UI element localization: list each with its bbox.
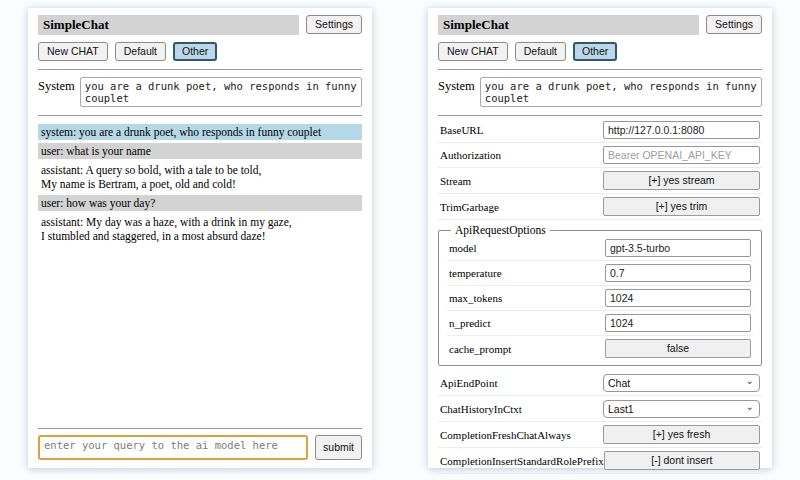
chat-message-list: system: you are a drunk poet, who respon…: [38, 124, 362, 244]
separator: [38, 115, 362, 116]
authorization-input[interactable]: [603, 146, 760, 164]
separator: [38, 428, 362, 429]
separator: [438, 115, 762, 116]
header: SimpleChat Settings: [438, 15, 762, 35]
user-query-input[interactable]: [38, 435, 308, 460]
baseurl-input[interactable]: [603, 121, 760, 139]
setting-label: BaseURL: [440, 124, 483, 136]
spacer: [38, 244, 362, 420]
chat-message-system: system: you are a drunk poet, who respon…: [38, 124, 362, 140]
system-prompt-label: System: [438, 77, 475, 94]
stream-toggle-button[interactable]: [+] yes stream: [603, 171, 760, 190]
max-tokens-input[interactable]: [605, 289, 751, 307]
freshchat-toggle-button[interactable]: [+] yes fresh: [603, 425, 760, 444]
setting-label: Authorization: [440, 149, 501, 161]
apiendpoint-select[interactable]: Chat: [603, 374, 760, 392]
session-tab-default[interactable]: Default: [515, 42, 566, 61]
setting-label: ChatHistoryInCtxt: [440, 403, 522, 415]
chat-message-user: user: what is your name: [38, 143, 362, 159]
session-toolbar: New CHAT Default Other: [438, 42, 762, 61]
setting-label: CompletionInsertStandardRolePrefix: [440, 455, 604, 467]
setting-row-baseurl: BaseURL: [438, 118, 762, 143]
chathistory-select[interactable]: Last1: [603, 400, 760, 418]
settings-button[interactable]: Settings: [706, 15, 762, 34]
setting-row-stream: Stream [+] yes stream: [438, 168, 762, 194]
setting-label: CompletionFreshChatAlways: [440, 429, 571, 441]
chat-message-assistant: assistant: A query so bold, with a tale …: [38, 162, 362, 192]
model-input[interactable]: [605, 239, 751, 257]
session-tab-other[interactable]: Other: [173, 42, 217, 61]
chathistory-select-wrap: Last1 ⌄: [603, 399, 760, 418]
trimgarbage-toggle-button[interactable]: [+] yes trim: [603, 197, 760, 216]
setting-row-n-predict: n_predict: [447, 311, 753, 336]
settings-button[interactable]: Settings: [306, 15, 362, 34]
setting-label: TrimGarbage: [440, 201, 499, 213]
cache-prompt-toggle-button[interactable]: false: [605, 339, 751, 358]
app-title: SimpleChat: [438, 15, 699, 35]
n-predict-input[interactable]: [605, 314, 751, 332]
setting-row-trimgarbage: TrimGarbage [+] yes trim: [438, 194, 762, 220]
setting-label: n_predict: [449, 317, 491, 329]
separator: [38, 69, 362, 70]
setting-row-cache-prompt: cache_prompt false: [447, 336, 753, 361]
session-toolbar: New CHAT Default Other: [38, 42, 362, 61]
session-tab-default[interactable]: Default: [115, 42, 166, 61]
setting-label: ApiEndPoint: [440, 377, 497, 389]
header: SimpleChat Settings: [38, 15, 362, 35]
setting-label: Stream: [440, 175, 471, 187]
setting-row-freshchat: CompletionFreshChatAlways [+] yes fresh: [438, 422, 762, 448]
system-prompt-input[interactable]: you are a drunk poet, who responds in fu…: [480, 77, 762, 107]
separator: [438, 69, 762, 70]
setting-row-chathistory: ChatHistoryInCtxt Last1 ⌄: [438, 396, 762, 422]
setting-label: model: [449, 242, 477, 254]
api-request-options-fieldset: ApiRequestOptions model temperature max_…: [438, 224, 762, 366]
session-tab-other[interactable]: Other: [573, 42, 617, 61]
submit-button[interactable]: submit: [315, 435, 362, 460]
setting-row-apiendpoint: ApiEndPoint Chat ⌄: [438, 370, 762, 396]
system-prompt-row: System you are a drunk poet, who respond…: [438, 77, 762, 107]
roleprefix-toggle-button[interactable]: [-] dont insert: [604, 451, 760, 470]
system-prompt-input[interactable]: you are a drunk poet, who responds in fu…: [80, 77, 362, 107]
setting-label: cache_prompt: [449, 343, 511, 355]
system-prompt-row: System you are a drunk poet, who respond…: [38, 77, 362, 107]
new-chat-button[interactable]: New CHAT: [38, 42, 108, 61]
setting-row-model: model: [447, 236, 753, 261]
chat-panel: SimpleChat Settings New CHAT Default Oth…: [28, 8, 372, 468]
setting-row-temperature: temperature: [447, 261, 753, 286]
setting-row-authorization: Authorization: [438, 143, 762, 168]
setting-label: max_tokens: [449, 292, 502, 304]
apiendpoint-select-wrap: Chat ⌄: [603, 373, 760, 392]
setting-label: temperature: [449, 267, 502, 279]
setting-row-max-tokens: max_tokens: [447, 286, 753, 311]
system-prompt-label: System: [38, 77, 75, 94]
new-chat-button[interactable]: New CHAT: [438, 42, 508, 61]
settings-form: BaseURL Authorization Stream [+] yes str…: [438, 118, 762, 474]
settings-panel: SimpleChat Settings New CHAT Default Oth…: [428, 8, 772, 468]
chat-message-user: user: how was your day?: [38, 195, 362, 211]
api-request-options-legend: ApiRequestOptions: [451, 224, 550, 236]
setting-row-roleprefix: CompletionInsertStandardRolePrefix [-] d…: [438, 448, 762, 474]
query-row: submit: [38, 435, 362, 460]
chat-message-assistant: assistant: My day was a haze, with a dri…: [38, 214, 362, 244]
temperature-input[interactable]: [605, 264, 751, 282]
app-title: SimpleChat: [38, 15, 299, 35]
